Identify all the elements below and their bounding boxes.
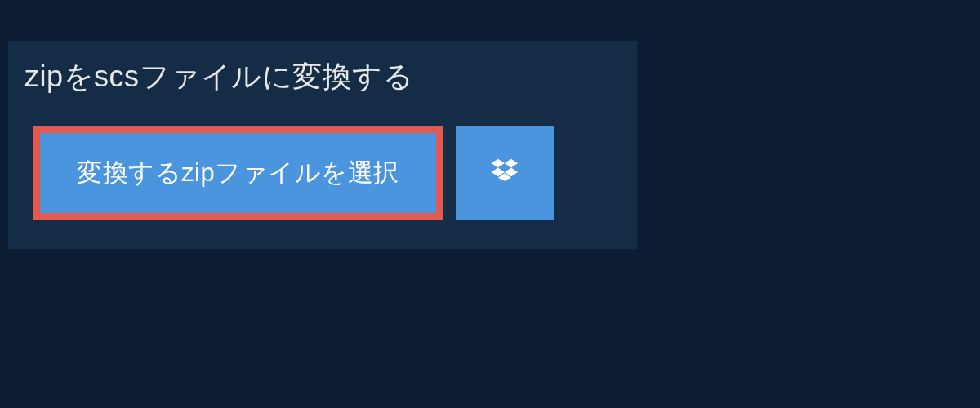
dropbox-icon (490, 157, 519, 189)
heading-container: zipをscsファイルに変換する (8, 41, 438, 126)
converter-panel: zipをscsファイルに変換する 変換するzipファイルを選択 (8, 41, 637, 249)
select-file-button[interactable]: 変換するzipファイルを選択 (33, 126, 443, 220)
select-file-label: 変換するzipファイルを選択 (77, 156, 399, 190)
button-row: 変換するzipファイルを選択 (8, 126, 637, 220)
page-title: zipをscsファイルに変換する (24, 57, 413, 97)
dropbox-button[interactable] (456, 126, 554, 220)
